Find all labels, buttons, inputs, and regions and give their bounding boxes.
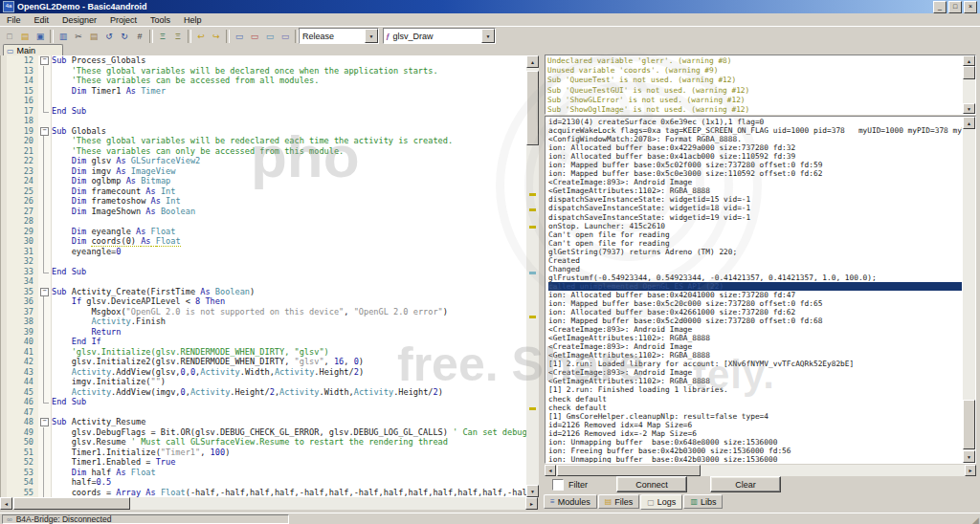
log-line[interactable]: Changed	[548, 265, 962, 273]
code-line[interactable]: 37 Msgbox("OpenGL 2.0 is not supported o…	[1, 307, 526, 317]
collapse-icon[interactable]: −	[40, 288, 49, 296]
log-line[interactable]: dispatchSaveInstanceState: widgetid=19 v…	[548, 213, 962, 222]
code-line[interactable]: 32	[1, 256, 526, 267]
warning-item[interactable]: Sub 'ShowGLError' is not used. (warning …	[547, 96, 962, 105]
code-line[interactable]: 46End Sub	[1, 397, 526, 407]
log-line[interactable]: dispatchSaveInstanceState: widgetid=18 v…	[548, 204, 962, 212]
code-line[interactable]: 42 glsv.Initialize2(glsv.RENDERMODE_WHEN…	[1, 357, 526, 367]
log-line[interactable]: ion: Mapped buffer base:0x5c0e3000 size:…	[548, 169, 962, 178]
log-line[interactable]: ion: Allocated buffer base:0x42041000 si…	[548, 291, 962, 299]
code-line[interactable]: 44 imgv.Initialize("")	[1, 377, 526, 387]
code-horizontal-scrollbar[interactable]: ◄ ►	[0, 497, 538, 510]
code-line[interactable]: 20 'These global variables will be redec…	[1, 136, 526, 146]
collapse-icon[interactable]: −	[40, 418, 49, 426]
menu-help[interactable]: Help	[177, 15, 209, 25]
scroll-up-icon[interactable]: ▲	[963, 117, 975, 129]
log-line[interactable]: id=2126 Removed idx=-2 Map Size=6	[548, 429, 962, 438]
scroll-down-icon[interactable]: ▼	[526, 485, 539, 497]
code-line[interactable]: 39 Return	[1, 327, 526, 338]
code-line[interactable]: 43 Activity.AddView(glsv,0,0,Activity.Wi…	[1, 367, 526, 378]
log-line[interactable]: ion: Mapped buffer base:0x5c02f000 size:…	[548, 161, 962, 169]
code-line[interactable]: 26 Dim frametoshow As Int	[1, 196, 526, 207]
log-line[interactable]: [1] 2.run: Loaded library for account: […	[548, 360, 962, 368]
log-line[interactable]: Created	[548, 256, 962, 265]
code-line[interactable]: 22 Dim glsv As GLSurfaceView2	[1, 156, 526, 166]
connect-button[interactable]: Connect	[616, 476, 687, 492]
code-line[interactable]: 50 glsv.Resume ' Must call GLSurfaceView…	[1, 437, 526, 448]
log-line[interactable]: Can't open file for reading	[548, 239, 962, 248]
code-line[interactable]: 30 Dim coords(0) As Float	[1, 236, 526, 247]
log-line[interactable]: ion: Allocated buffer base:0x4229a000 si…	[548, 143, 962, 152]
tab-libs[interactable]: ▥Libs	[683, 494, 723, 509]
warning-item[interactable]: Undeclared variable 'glerr'. (warning #8…	[547, 56, 962, 66]
save-button[interactable]: ▣	[33, 30, 47, 43]
chevron-down-icon[interactable]: ▼	[481, 29, 495, 43]
code-line[interactable]: 47	[1, 407, 526, 418]
code-line[interactable]: 29 Dim eyeangle As Float	[1, 227, 526, 237]
code-line[interactable]: 23 Dim imgv As ImageView	[1, 166, 526, 177]
scroll-down-icon[interactable]: ▼	[963, 103, 975, 114]
code-line[interactable]: 18	[1, 116, 526, 126]
log-line[interactable]: glGetString(7937) returns Adreno (TM) 22…	[548, 248, 962, 256]
code-line[interactable]: 49 glsv.DebugFlags = Bit.OR(glsv.DEBUG_C…	[1, 427, 526, 438]
warnings-scrollbar[interactable]: ▲ ▼	[963, 55, 975, 114]
maximize-button[interactable]: □	[948, 1, 962, 13]
uncomment-button[interactable]: Ξ	[171, 30, 185, 43]
code-vertical-scrollbar[interactable]: ▲ ▼	[526, 55, 539, 497]
log-line[interactable]: id=2126 Removed idx=4 Map Size=6	[548, 421, 962, 429]
warning-item[interactable]: Sub 'QueueTest' is not used. (warning #1…	[547, 76, 962, 85]
code-line[interactable]: 24 Dim oglbmp As Bitmap	[1, 176, 526, 186]
code-line[interactable]: 40 End If	[1, 337, 526, 347]
tab-logs[interactable]: ▢Logs	[640, 494, 682, 510]
comment-button[interactable]: Ξ	[156, 30, 169, 43]
log-line[interactable]: id=2130(4) createSurface 0x6e39ec (1x1),…	[548, 118, 962, 126]
log-line[interactable]: <GetImageAttributes:1102>: RGBA_8888	[548, 351, 962, 360]
code-line[interactable]: 16	[1, 96, 526, 106]
code-line[interactable]: 27 Dim ImageShown As Boolean	[1, 207, 526, 217]
find-button[interactable]: #	[133, 30, 146, 43]
code-line[interactable]: 48−Sub Activity_Resume	[1, 417, 526, 427]
warning-item[interactable]: Sub 'QueueTestGUI' is not used. (warning…	[547, 86, 962, 96]
log-line[interactable]: ion: Allocated buffer base:0x42661000 si…	[548, 308, 962, 317]
menu-project[interactable]: Project	[103, 15, 144, 25]
build-config-dropdown[interactable]: Release ▼	[299, 28, 379, 44]
log-line[interactable]: <GetImageAttributes:1102>: RGBA_8888	[548, 377, 962, 385]
code-line[interactable]: 13 'These global variables will be decla…	[1, 66, 526, 76]
code-line[interactable]: 41 'glsv.Initialize(glsv.RENDERMODE_WHEN…	[1, 347, 526, 358]
log-line[interactable]: <CreateImage:893>: Android Image	[548, 325, 962, 334]
open-project-button[interactable]: ▤	[18, 30, 32, 43]
code-line[interactable]: 52 Timer1.Enabled = True	[1, 457, 526, 468]
code-line[interactable]: 25 Dim framecount As Int	[1, 186, 526, 197]
fold-marker[interactable]: −	[38, 126, 52, 137]
fold-marker[interactable]: −	[38, 287, 52, 297]
scroll-thumb[interactable]	[526, 71, 539, 145]
log-line[interactable]: ion: Allocated buffer base:0x41acb000 si…	[548, 152, 962, 161]
menu-designer[interactable]: Designer	[56, 15, 103, 25]
log-line[interactable]: ion: Freeing buffer base:0x42b03000 size…	[548, 447, 962, 455]
minimize-button[interactable]: _	[933, 1, 947, 13]
log-line[interactable]: [1] GmsCoreHelper.cleanupNlp: result=fal…	[548, 412, 962, 421]
log-line[interactable]: <CreateImage:893>: Android Image	[548, 178, 962, 186]
log-line[interactable]: [1] 2.run: Finished loading 1 libraries.	[548, 385, 962, 394]
code-line[interactable]: 31 eyeangle=0	[1, 247, 526, 257]
scroll-up-icon[interactable]: ▲	[963, 55, 975, 66]
log-line[interactable]: glFrustumf(-0.54923344, 0.54923344, -0.4…	[548, 273, 962, 282]
scroll-thumb[interactable]	[963, 400, 975, 449]
log-line[interactable]: check default	[548, 404, 962, 412]
code-line[interactable]: 34	[1, 276, 526, 287]
code-line[interactable]: 38 Activity.Finish	[1, 317, 526, 327]
code-line[interactable]: 36 If glsv.DeviceAPILevel < 8 Then	[1, 296, 526, 307]
menu-tools[interactable]: Tools	[144, 15, 177, 25]
code-line[interactable]: 33End Sub	[1, 267, 526, 277]
scroll-up-icon[interactable]: ▲	[526, 55, 539, 68]
code-line[interactable]: 15 Dim Timer1 As Timer	[1, 86, 526, 97]
code-line[interactable]: 14 'These variables can be accessed from…	[1, 76, 526, 86]
log-line[interactable]: <GetImageAttributes:1102>: RGBA_8888	[548, 186, 962, 195]
navigate-back-button[interactable]: ↩	[194, 30, 208, 43]
close-button[interactable]: ×	[964, 1, 977, 13]
log-line[interactable]: acquireWakeLock flags=0xa tag=KEEP_SCREE…	[548, 126, 962, 135]
code-line[interactable]: 35−Sub Activity_Create(FirstTime As Bool…	[1, 287, 526, 297]
log-line[interactable]: Can't open file for reading	[548, 230, 962, 239]
chevron-down-icon[interactable]: ▼	[365, 29, 378, 43]
log-line[interactable]: ion: Unmapping buffer base:0x648e8000 si…	[548, 438, 962, 447]
